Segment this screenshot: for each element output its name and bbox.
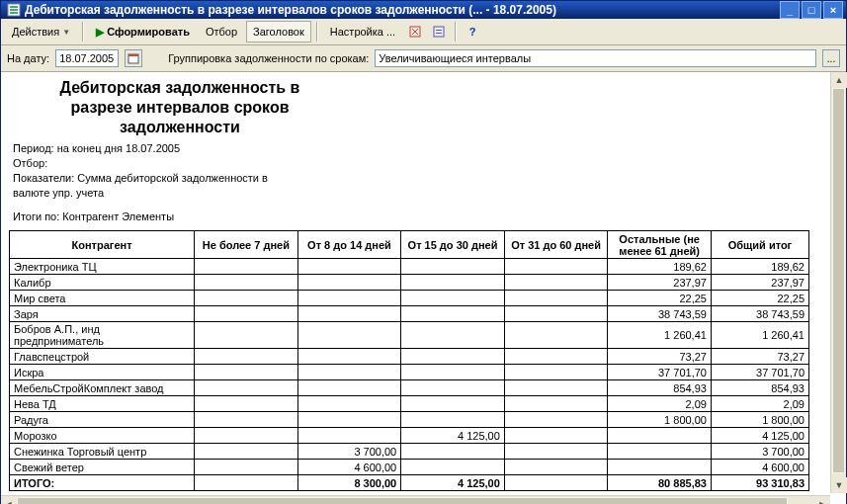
table-row[interactable]: Бобров А.П., инд предприниматель1 260,41… — [10, 322, 809, 349]
cell-total-value — [195, 475, 298, 491]
horizontal-scrollbar[interactable]: ◄ ► — [1, 495, 830, 504]
meta-period: Период: на конец дня 18.07.2005 — [13, 141, 826, 156]
svg-rect-1 — [10, 6, 18, 8]
cell-name: Снежинка Торговый центр — [10, 444, 195, 460]
calendar-button[interactable] — [125, 49, 142, 67]
date-input[interactable] — [55, 49, 119, 67]
form-label: Сформировать — [107, 26, 190, 38]
cell-name: Свежий ветер — [10, 460, 195, 475]
group-picker-button[interactable]: ... — [822, 49, 840, 67]
cell-value — [195, 396, 298, 412]
group-label: Группировка задолженности по срокам: — [168, 52, 369, 64]
table-row[interactable]: Электроника ТЦ189,62189,62 — [10, 259, 809, 275]
scroll-right-icon[interactable]: ► — [814, 496, 830, 504]
cell-value — [297, 306, 401, 322]
cell-value: 3 700,00 — [297, 444, 401, 460]
cell-value: 38 743,59 — [608, 306, 712, 322]
help-button[interactable]: ? — [462, 21, 483, 42]
cell-name: Калибр — [10, 275, 195, 291]
cell-value — [401, 259, 505, 275]
scroll-down-icon[interactable]: ▼ — [831, 477, 847, 493]
cell-value — [504, 291, 608, 306]
meta-indicators: Показатели: Сумма дебиторской задолженно… — [13, 171, 299, 201]
scroll-thumb-h[interactable] — [17, 497, 788, 504]
cell-name: Искра — [10, 365, 195, 380]
meta-totals: Итоги по: Контрагент Элементы — [13, 210, 826, 224]
cell-value: 237,97 — [711, 275, 808, 291]
cell-value: 73,27 — [608, 349, 712, 365]
cell-value — [401, 306, 505, 322]
cell-value — [401, 412, 505, 428]
separator — [82, 22, 84, 42]
minimize-button[interactable]: _ — [780, 1, 800, 19]
toolbar: Действия ▼ ▶ Сформировать Отбор Заголово… — [1, 19, 846, 45]
table-total-row: ИТОГО:8 300,004 125,0080 885,8393 310,83 — [10, 475, 809, 491]
svg-rect-7 — [436, 33, 442, 34]
cell-name: Электроника ТЦ — [10, 259, 195, 275]
cell-value — [195, 444, 298, 460]
svg-rect-9 — [128, 54, 138, 56]
cell-value: 189,62 — [711, 259, 808, 275]
cell-value: 237,97 — [608, 275, 712, 291]
svg-rect-5 — [434, 27, 444, 37]
table-row[interactable]: Нева ТД2,092,09 — [10, 396, 809, 412]
cell-value — [504, 380, 608, 396]
cell-value — [401, 460, 505, 475]
cell-value — [504, 275, 608, 291]
col-c4: От 31 до 60 дней — [504, 231, 608, 259]
scroll-left-icon[interactable]: ◄ — [1, 496, 17, 504]
tool-icon-2[interactable] — [428, 21, 450, 42]
report-area: Дебиторская задолженность в разрезе инте… — [1, 72, 846, 504]
cell-value — [297, 396, 401, 412]
scroll-up-icon[interactable]: ▲ — [831, 72, 847, 88]
cell-value — [401, 396, 505, 412]
cell-value — [195, 460, 298, 475]
table-row[interactable]: МебельСтройКомплект завод854,93854,93 — [10, 380, 809, 396]
cell-name: МебельСтройКомплект завод — [10, 380, 195, 396]
table-row[interactable]: Калибр237,97237,97 — [10, 275, 809, 291]
form-button[interactable]: ▶ Сформировать — [89, 21, 197, 42]
table-row[interactable]: Снежинка Торговый центр3 700,003 700,00 — [10, 444, 809, 460]
cell-name: Нева ТД — [10, 396, 195, 412]
table-row[interactable]: Заря38 743,5938 743,59 — [10, 306, 809, 322]
table-row[interactable]: Мир света22,2522,25 — [10, 291, 809, 306]
actions-menu[interactable]: Действия ▼ — [5, 21, 77, 42]
report-table: Контрагент Не более 7 дней От 8 до 14 дн… — [9, 230, 809, 491]
cell-value: 1 260,41 — [711, 322, 808, 349]
cell-value: 4 600,00 — [711, 460, 808, 475]
filter-button[interactable]: Отбор — [199, 21, 244, 42]
table-row[interactable]: Радуга1 800,001 800,00 — [10, 412, 809, 428]
cell-value: 22,25 — [711, 291, 808, 306]
cell-value — [195, 380, 298, 396]
close-button[interactable]: × — [823, 1, 843, 19]
cell-value — [504, 306, 608, 322]
scroll-thumb-v[interactable] — [832, 88, 845, 473]
settings-button[interactable]: Настройка ... — [323, 21, 402, 42]
app-icon — [7, 3, 21, 17]
cell-value — [608, 444, 712, 460]
header-button[interactable]: Заголовок — [246, 21, 311, 42]
tool-icon-1[interactable] — [404, 21, 426, 42]
maximize-button[interactable]: □ — [802, 1, 821, 19]
table-row[interactable]: Главспецстрой73,2773,27 — [10, 349, 809, 365]
col-c1: Не более 7 дней — [195, 231, 298, 259]
vertical-scrollbar[interactable]: ▲ ▼ — [830, 72, 846, 493]
help-icon: ? — [469, 26, 476, 38]
cell-value — [504, 349, 608, 365]
cell-value: 37 701,70 — [608, 365, 712, 380]
cell-value — [195, 291, 298, 306]
dropdown-icon: ▼ — [62, 28, 70, 37]
table-row[interactable]: Искра37 701,7037 701,70 — [10, 365, 809, 380]
table-row[interactable]: Свежий ветер4 600,004 600,00 — [10, 460, 809, 475]
cell-value — [401, 380, 505, 396]
separator — [455, 22, 457, 42]
cell-value — [297, 322, 401, 349]
cell-total-value: 80 885,83 — [608, 475, 712, 491]
group-input[interactable] — [375, 49, 816, 67]
cell-value — [195, 412, 298, 428]
cell-value: 38 743,59 — [711, 306, 808, 322]
cell-value — [504, 428, 608, 444]
table-row[interactable]: Морозко4 125,004 125,00 — [10, 428, 809, 444]
cell-value: 4 600,00 — [297, 460, 401, 475]
cell-name: Бобров А.П., инд предприниматель — [10, 322, 195, 349]
